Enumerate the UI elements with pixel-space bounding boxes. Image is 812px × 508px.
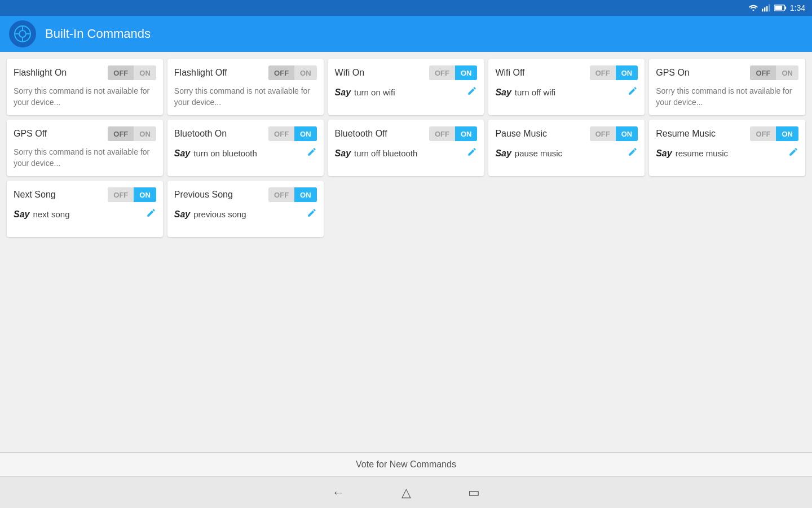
toggle-on-label-bluetooth-off: ON	[455, 126, 478, 141]
card-body-flashlight-off: Sorry this command is not available for …	[174, 86, 317, 108]
command-card-pause-music: Pause MusicOFFONSaypause music	[488, 120, 645, 176]
say-label-resume-music: Say	[656, 148, 672, 159]
recents-button[interactable]: ▭	[462, 481, 485, 504]
say-label-pause-music: Say	[495, 148, 511, 159]
svg-rect-2	[766, 6, 767, 12]
toggle-on-label-pause-music: ON	[616, 126, 638, 141]
toggle-gps-on[interactable]: OFFON	[750, 65, 798, 80]
card-title-pause-music: Pause Music	[495, 129, 547, 139]
toggle-previous-song[interactable]: OFFON	[268, 187, 317, 202]
card-title-flashlight-off: Flashlight Off	[174, 68, 227, 78]
card-title-gps-off: GPS Off	[14, 129, 47, 139]
card-title-bluetooth-on: Bluetooth On	[174, 129, 227, 139]
command-card-wifi-off: Wifi OffOFFONSayturn off wifi	[488, 59, 645, 115]
card-header-resume-music: Resume MusicOFFON	[656, 126, 798, 141]
battery-status-icon	[774, 4, 787, 12]
card-header-bluetooth-off: Bluetooth OffOFFON	[335, 126, 478, 141]
toggle-on-label-gps-on: ON	[776, 65, 798, 80]
card-title-wifi-off: Wifi Off	[495, 68, 524, 78]
unavailable-text-flashlight-off: Sorry this command is not available for …	[174, 86, 317, 108]
toggle-on-label-resume-music: ON	[776, 126, 798, 141]
edit-icon-next-song[interactable]	[146, 208, 156, 221]
app-icon	[9, 20, 36, 47]
edit-icon-bluetooth-on[interactable]	[307, 147, 317, 160]
unavailable-text-gps-on: Sorry this command is not available for …	[656, 86, 798, 108]
card-body-wifi-on: Sayturn on wifi	[335, 86, 478, 99]
home-button[interactable]: △	[395, 481, 417, 504]
toggle-flashlight-on[interactable]: OFFON	[108, 65, 156, 80]
card-body-pause-music: Saypause music	[495, 147, 638, 160]
toggle-resume-music[interactable]: OFFON	[750, 126, 798, 141]
toggle-on-label-next-song: ON	[134, 187, 156, 202]
edit-icon-resume-music[interactable]	[788, 147, 798, 160]
toggle-off-label-next-song: OFF	[108, 187, 134, 202]
say-label-wifi-on: Say	[335, 87, 351, 98]
toggle-on-label-wifi-off: ON	[616, 65, 638, 80]
unavailable-text-flashlight-on: Sorry this command is not available for …	[14, 86, 156, 108]
toggle-off-label-gps-on: OFF	[750, 65, 776, 80]
say-row-previous-song: Sayprevious song	[174, 208, 317, 221]
edit-icon-wifi-on[interactable]	[467, 86, 477, 99]
command-card-gps-off: GPS OffOFFONSorry this command is not av…	[7, 120, 163, 176]
say-command-wifi-off: turn off wifi	[515, 87, 555, 97]
say-row-bluetooth-on: Sayturn on bluetooth	[174, 147, 317, 160]
say-label-bluetooth-off: Say	[335, 148, 351, 159]
say-command-pause-music: pause music	[515, 148, 562, 158]
say-label-wifi-off: Say	[495, 87, 511, 98]
card-body-previous-song: Sayprevious song	[174, 208, 317, 221]
toggle-flashlight-off[interactable]: OFFON	[268, 65, 317, 80]
svg-rect-5	[784, 6, 786, 9]
card-body-next-song: Saynext song	[14, 208, 156, 221]
toggle-off-label-resume-music: OFF	[750, 126, 776, 141]
toggle-bluetooth-off[interactable]: OFFON	[429, 126, 478, 141]
status-icons: 1:34	[748, 3, 805, 12]
say-row-next-song: Saynext song	[14, 208, 156, 221]
edit-icon-bluetooth-off[interactable]	[467, 147, 477, 160]
card-title-bluetooth-off: Bluetooth Off	[335, 129, 387, 139]
edit-icon-pause-music[interactable]	[628, 147, 638, 160]
say-row-bluetooth-off: Sayturn off bluetooth	[335, 147, 478, 160]
say-command-bluetooth-off: turn off bluetooth	[354, 148, 417, 158]
main-content: Flashlight OnOFFONSorry this command is …	[0, 52, 812, 452]
signal-status-icon	[762, 4, 771, 12]
card-title-flashlight-on: Flashlight On	[14, 68, 67, 78]
status-bar: 1:34	[0, 0, 812, 16]
toggle-off-label-pause-music: OFF	[590, 126, 616, 141]
card-header-wifi-off: Wifi OffOFFON	[495, 65, 638, 80]
toggle-next-song[interactable]: OFFON	[108, 187, 156, 202]
toggle-wifi-off[interactable]: OFFON	[590, 65, 638, 80]
command-card-wifi-on: Wifi OnOFFONSayturn on wifi	[328, 59, 484, 115]
toggle-pause-music[interactable]: OFFON	[590, 126, 638, 141]
say-command-bluetooth-on: turn on bluetooth	[193, 148, 257, 158]
toggle-wifi-on[interactable]: OFFON	[429, 65, 478, 80]
command-card-flashlight-off: Flashlight OffOFFONSorry this command is…	[167, 59, 324, 115]
toggle-off-label-flashlight-on: OFF	[108, 65, 134, 80]
edit-icon-wifi-off[interactable]	[628, 86, 638, 99]
toggle-gps-off[interactable]: OFFON	[108, 126, 156, 141]
card-header-gps-on: GPS OnOFFON	[656, 65, 798, 80]
card-body-gps-on: Sorry this command is not available for …	[656, 86, 798, 108]
toggle-bluetooth-on[interactable]: OFFON	[268, 126, 317, 141]
card-title-gps-on: GPS On	[656, 68, 690, 78]
say-label-bluetooth-on: Say	[174, 148, 190, 159]
toggle-on-label-flashlight-on: ON	[134, 65, 156, 80]
card-body-wifi-off: Sayturn off wifi	[495, 86, 638, 99]
command-card-flashlight-on: Flashlight OnOFFONSorry this command is …	[7, 59, 163, 115]
card-header-pause-music: Pause MusicOFFON	[495, 126, 638, 141]
card-header-gps-off: GPS OffOFFON	[14, 126, 156, 141]
back-button[interactable]: ←	[327, 481, 350, 504]
toggle-on-label-gps-off: ON	[134, 126, 156, 141]
edit-icon-previous-song[interactable]	[307, 208, 317, 221]
card-body-gps-off: Sorry this command is not available for …	[14, 147, 156, 169]
svg-rect-0	[762, 9, 763, 12]
toggle-off-label-previous-song: OFF	[268, 187, 294, 202]
say-row-wifi-off: Sayturn off wifi	[495, 86, 638, 99]
say-command-wifi-on: turn on wifi	[354, 87, 395, 97]
card-header-next-song: Next SongOFFON	[14, 187, 156, 202]
card-body-flashlight-on: Sorry this command is not available for …	[14, 86, 156, 108]
toggle-off-label-wifi-off: OFF	[590, 65, 616, 80]
say-row-pause-music: Saypause music	[495, 147, 638, 160]
svg-rect-1	[764, 7, 765, 11]
svg-rect-6	[775, 6, 782, 10]
card-header-bluetooth-on: Bluetooth OnOFFON	[174, 126, 317, 141]
